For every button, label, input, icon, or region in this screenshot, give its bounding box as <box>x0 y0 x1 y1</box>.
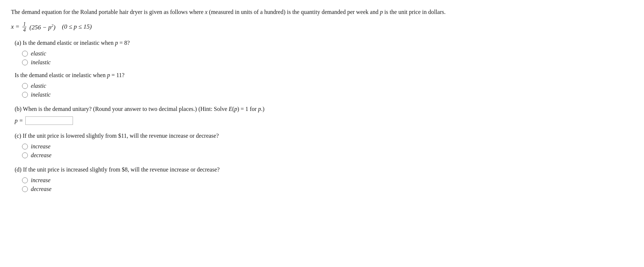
p-answer-input[interactable] <box>25 116 73 125</box>
part-a-q1-text: (a) Is the demand elastic or inelastic w… <box>15 40 130 46</box>
part-d-block: (d) If the unit price is increased sligh… <box>15 165 633 192</box>
part-c-question-label: (c) If the unit price is lowered slightl… <box>15 131 633 140</box>
label-decrease-d: decrease <box>31 186 51 192</box>
fraction-denominator: 4 <box>22 27 26 33</box>
radio-option-increase-c[interactable]: increase <box>22 143 633 150</box>
label-inelastic-p8: inelastic <box>31 59 51 66</box>
radio-increase-d[interactable] <box>22 177 28 183</box>
p-variable-intro: p <box>380 9 383 15</box>
part-a-question1-label: (a) Is the demand elastic or inelastic w… <box>15 39 633 47</box>
radio-inelastic-p8[interactable] <box>22 59 28 65</box>
label-inelastic-p11: inelastic <box>31 91 51 98</box>
part-a-block: (a) Is the demand elastic or inelastic w… <box>15 39 633 98</box>
label-increase-d: increase <box>31 177 51 184</box>
radio-option-decrease-d[interactable]: decrease <box>22 186 633 192</box>
part-b-text: (b) When is the demand unitary? (Round y… <box>15 106 264 112</box>
label-elastic-p8: elastic <box>31 50 46 57</box>
intro-paragraph: The demand equation for the Roland porta… <box>11 7 598 17</box>
formula-lhs: x = <box>11 23 19 30</box>
radio-option-elastic-11[interactable]: elastic <box>22 83 633 89</box>
part-b-block: (b) When is the demand unitary? (Round y… <box>15 105 633 125</box>
p-input-label: p = <box>15 118 23 124</box>
label-elastic-p11: elastic <box>31 83 46 89</box>
fraction-numerator: 1 <box>22 21 26 27</box>
part-b-question-label: (b) When is the demand unitary? (Round y… <box>15 105 633 113</box>
radio-option-elastic-8[interactable]: elastic <box>22 50 633 57</box>
radio-decrease-d[interactable] <box>22 186 28 192</box>
intro-text-part3: is the unit price in dollars. <box>384 9 446 15</box>
radio-elastic-p8[interactable] <box>22 51 28 57</box>
radio-decrease-c[interactable] <box>22 152 28 158</box>
part-d-question-label: (d) If the unit price is increased sligh… <box>15 165 633 174</box>
radio-increase-c[interactable] <box>22 144 28 149</box>
radio-option-decrease-c[interactable]: decrease <box>22 152 633 159</box>
demand-formula: x = 1 4 (256 − p2) (0 ≤ p ≤ 15) <box>11 21 633 33</box>
x-variable: x <box>205 9 208 15</box>
radio-option-increase-d[interactable]: increase <box>22 177 633 184</box>
label-decrease-c: decrease <box>31 152 51 159</box>
part-a-q2-text: Is the demand elastic or inelastic when … <box>15 72 124 78</box>
part-a-question2-label: Is the demand elastic or inelastic when … <box>15 71 633 80</box>
formula-rhs: (256 − p2) <box>29 23 55 31</box>
radio-option-inelastic-11[interactable]: inelastic <box>22 91 633 98</box>
part-c-block: (c) If the unit price is lowered slightl… <box>15 131 633 159</box>
formula-constraint: (0 ≤ p ≤ 15) <box>62 23 92 30</box>
part-b-input-row: p = <box>15 116 633 125</box>
radio-elastic-p11[interactable] <box>22 83 28 89</box>
radio-option-inelastic-8[interactable]: inelastic <box>22 59 633 66</box>
radio-inelastic-p11[interactable] <box>22 92 28 98</box>
label-increase-c: increase <box>31 143 51 150</box>
part-d-text: (d) If the unit price is increased sligh… <box>15 166 220 173</box>
part-c-text: (c) If the unit price is lowered slightl… <box>15 133 219 139</box>
fraction-1-4: 1 4 <box>22 21 26 33</box>
intro-text-part2: (measured in units of a hundred) is the … <box>209 9 378 15</box>
intro-text-part1: The demand equation for the Roland porta… <box>11 9 204 15</box>
